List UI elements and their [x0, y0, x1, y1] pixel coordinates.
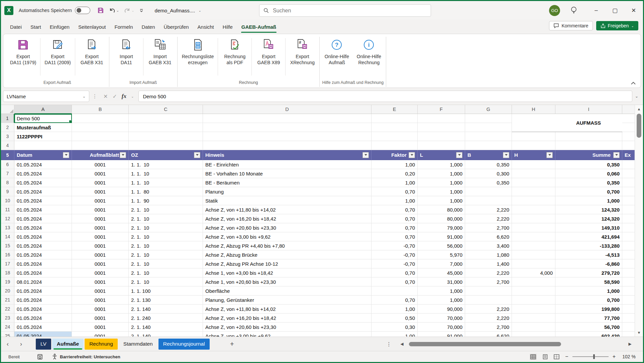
row-header[interactable]: 9: [1, 187, 14, 196]
cell-datum[interactable]: 01.05.2024: [14, 259, 72, 268]
column-header-h[interactable]: H: [512, 105, 555, 114]
header-oz[interactable]: OZ: [129, 150, 203, 160]
quick-access-customize-button[interactable]: [139, 8, 144, 12]
tab-gaeb-aufmass[interactable]: GAEB-Aufmaß: [237, 20, 281, 34]
vertical-scrollbar[interactable]: ▲ ▼: [635, 105, 643, 337]
cell-hinweis[interactable]: Achse 1, von +3,00 bis +18,42: [203, 268, 371, 277]
cell-aufmassblatt[interactable]: 0001: [72, 169, 129, 178]
header-aufmassblatt[interactable]: Aufmaßblatt: [72, 150, 129, 160]
cell-h[interactable]: [512, 250, 555, 259]
cell-datum[interactable]: 01.05.2024: [14, 196, 72, 205]
column-header-e[interactable]: E: [371, 105, 418, 114]
cell-h[interactable]: [512, 205, 555, 214]
horizontal-scroll-track[interactable]: [406, 342, 626, 347]
cell-b[interactable]: 0,350: [465, 160, 512, 169]
cell-l[interactable]: 31,000: [418, 277, 465, 286]
select-all-corner[interactable]: [1, 105, 14, 114]
normal-view-button[interactable]: [530, 354, 537, 360]
row-header[interactable]: 21: [1, 295, 14, 305]
cell-faktor[interactable]: 0,70: [371, 295, 418, 305]
rechnung-als-pdf-button[interactable]: Rechnung als PDF: [219, 36, 251, 79]
cell-aufmassblatt[interactable]: 0001: [72, 277, 129, 286]
cell-aufmassblatt[interactable]: 0001: [72, 187, 129, 196]
cell-faktor[interactable]: 0,30: [371, 323, 418, 332]
tab-ueberpruefen[interactable]: Überprüfen: [159, 20, 193, 34]
cell[interactable]: [371, 114, 418, 123]
cell-oz[interactable]: 1. 1. 100: [129, 286, 203, 295]
cell[interactable]: [555, 141, 622, 150]
cell-summe[interactable]: 0,060: [555, 169, 622, 178]
cell-summe[interactable]: 0,700: [555, 187, 622, 196]
cell-b[interactable]: [465, 286, 512, 295]
cell-faktor[interactable]: 1,00: [371, 332, 418, 337]
cell-hinweis[interactable]: Planung: [203, 187, 371, 196]
import-gaeb-x31-button[interactable]: Import GAEB X31: [144, 36, 176, 79]
header-l[interactable]: L: [418, 150, 465, 160]
tab-daten[interactable]: Daten: [137, 20, 159, 34]
save-button[interactable]: [97, 7, 104, 14]
cell-h[interactable]: [512, 241, 555, 250]
filter-button[interactable]: [120, 152, 126, 158]
cell-hinweis[interactable]: BE - Vorhalten 10 Monate: [203, 169, 371, 178]
cell-h[interactable]: [512, 169, 555, 178]
cell-oz[interactable]: 1. 1. 10: [129, 160, 203, 169]
cell-aufmassblatt[interactable]: 0001: [72, 232, 129, 241]
close-button[interactable]: ✕: [624, 2, 643, 18]
cell-h[interactable]: [512, 232, 555, 241]
header-hinweis[interactable]: Hinweis: [203, 150, 371, 160]
cell-h[interactable]: [512, 295, 555, 305]
cell-h[interactable]: [512, 187, 555, 196]
cell-faktor[interactable]: 1,00: [371, 160, 418, 169]
cell-datum[interactable]: 01.05.2024: [14, 295, 72, 305]
comments-button[interactable]: Kommentare: [549, 21, 593, 30]
filter-button[interactable]: [409, 152, 415, 158]
rechnungsliste-erzeugen-button[interactable]: Rechnungsliste erzeugen: [179, 36, 217, 79]
cell-datum[interactable]: 01.05.2024: [14, 241, 72, 250]
cell-datum[interactable]: 01.05.2024: [14, 232, 72, 241]
cell-l[interactable]: 1,000: [418, 187, 465, 196]
import-da11-button[interactable]: Import DA11: [110, 36, 142, 79]
cell-aufmassblatt[interactable]: 0001: [72, 295, 129, 305]
sheet-tab-lv[interactable]: LV: [36, 339, 51, 350]
column-header-c[interactable]: C: [129, 105, 203, 114]
row-header[interactable]: 24: [1, 323, 14, 332]
cell-hinweis[interactable]: Achse Z, von +20,60 bis +23,30: [203, 223, 371, 232]
cell[interactable]: [371, 141, 418, 150]
cell-summe[interactable]: 0,350: [555, 160, 622, 169]
cell-faktor[interactable]: 0,70: [371, 268, 418, 277]
cell[interactable]: [72, 114, 129, 123]
cell-aufmassblatt[interactable]: 0001: [72, 323, 129, 332]
export-gaeb-x31-button[interactable]: Export GAEB X31: [76, 36, 108, 79]
zoom-slider-thumb[interactable]: [593, 354, 595, 359]
row-header[interactable]: 10: [1, 196, 14, 205]
sheet-next-icon[interactable]: ›: [14, 341, 28, 348]
confirm-formula-icon[interactable]: ✓: [112, 93, 117, 100]
sheet-tab-rechnung[interactable]: Rechnung: [85, 339, 118, 350]
cell-oz[interactable]: 2. 1. 10: [129, 241, 203, 250]
cell-datum[interactable]: 01.05.2024: [14, 268, 72, 277]
cell[interactable]: [129, 123, 203, 132]
cell-summe[interactable]: 602,420: [555, 332, 622, 337]
cell[interactable]: [465, 132, 512, 141]
cell[interactable]: [418, 132, 465, 141]
lightbulb-icon[interactable]: [570, 6, 577, 15]
row-header-4[interactable]: 4: [1, 141, 14, 150]
cell-summe[interactable]: 0,700: [555, 295, 622, 305]
cell-oz[interactable]: 2. 1. 10: [129, 250, 203, 259]
cell-datum[interactable]: 01.05.2024: [14, 187, 72, 196]
row-header-5[interactable]: 5: [1, 150, 14, 160]
cell-faktor[interactable]: 1,00: [371, 178, 418, 187]
cell[interactable]: [72, 123, 129, 132]
cell-hinweis[interactable]: Achse Z, von +3,00 bis +9,62: [203, 332, 371, 337]
cell-faktor[interactable]: 1,00: [371, 196, 418, 205]
cell-h[interactable]: [512, 286, 555, 295]
cell-b[interactable]: 2,220: [465, 214, 512, 223]
accessibility-status[interactable]: Barrierefreiheit: Untersuchen: [52, 354, 120, 360]
cell-hinweis[interactable]: Achse Z, von +11,80 bis +14,02: [203, 305, 371, 314]
redo-dropdown-icon[interactable]: ⌄: [131, 9, 134, 12]
search-box[interactable]: [259, 4, 431, 17]
cell-b[interactable]: 2,700: [465, 323, 512, 332]
cell[interactable]: [371, 123, 418, 132]
cell-datum[interactable]: 01.05.2024: [14, 178, 72, 187]
cell-aufmassblatt[interactable]: 0001: [72, 314, 129, 323]
